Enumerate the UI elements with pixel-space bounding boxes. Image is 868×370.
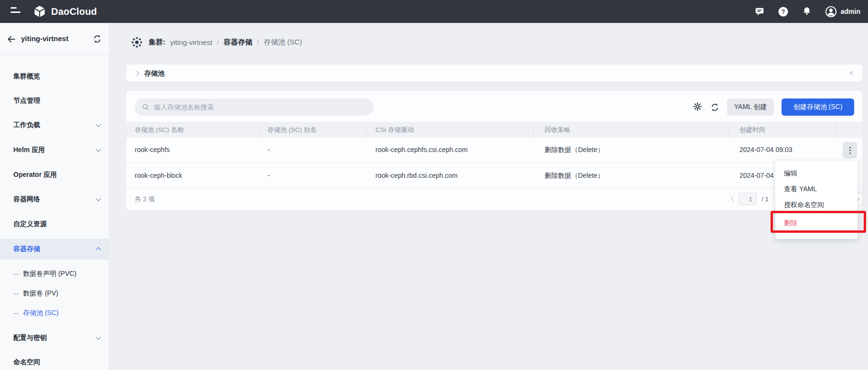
bell-icon bbox=[802, 6, 812, 17]
svg-text:?: ? bbox=[781, 8, 785, 15]
search-input[interactable] bbox=[135, 98, 374, 116]
row-context-menu: 编辑 查看 YAML 授权命名空间 删除 bbox=[775, 161, 857, 239]
page-input[interactable] bbox=[739, 193, 757, 205]
breadcrumb-separator: / bbox=[257, 38, 259, 46]
chevron-icon bbox=[96, 335, 101, 340]
breadcrumb-prefix: 集群: bbox=[149, 38, 165, 47]
gear-icon bbox=[693, 102, 702, 111]
sidebar-menu: 集群概览 节点管理 工作负载 Helm 应用 Operator 应用 容器网络 bbox=[0, 23, 109, 370]
table-row[interactable]: rook-ceph-block - rook-ceph.rbd.csi.ceph… bbox=[126, 163, 862, 189]
col-created-at: 创建时间 bbox=[739, 122, 765, 138]
help-icon: ? bbox=[778, 6, 789, 17]
banner-close-button[interactable]: × bbox=[846, 65, 857, 82]
cell-created-at: 2024-07-04 09:03 bbox=[739, 137, 793, 163]
chevron-icon bbox=[96, 247, 101, 252]
username: admin bbox=[841, 8, 860, 15]
breadcrumb-section[interactable]: 容器存储 bbox=[224, 38, 252, 47]
sidebar-item[interactable]: 数据卷 (PV) bbox=[0, 285, 109, 302]
topbar: DaoCloud ? bbox=[0, 0, 868, 23]
sidebar-item[interactable]: 自定义资源 bbox=[0, 214, 109, 235]
sidebar-item[interactable]: 数据卷声明 (PVC) bbox=[0, 265, 109, 283]
sidebar-item[interactable]: 存储池 (SC) bbox=[0, 305, 109, 322]
row-actions-button[interactable] bbox=[843, 142, 857, 158]
brand-name: DaoCloud bbox=[51, 6, 97, 17]
menu-item[interactable]: 删除 bbox=[775, 213, 857, 234]
pagination: 共 2 项 / 1 bbox=[126, 188, 862, 210]
chat-icon bbox=[754, 6, 765, 17]
sidebar-item[interactable]: 配置与密钥 bbox=[0, 327, 109, 348]
col-alias: 存储池 (SC) 别名 bbox=[268, 122, 317, 138]
yaml-create-button[interactable]: YAML 创建 bbox=[727, 98, 774, 116]
storage-pool-card: YAML 创建 创建存储池 (SC) 存储池 (SC) 名称 存储池 (SC) … bbox=[126, 91, 862, 210]
topbar-actions: ? admin bbox=[754, 0, 860, 23]
notifications-button[interactable] bbox=[802, 6, 812, 17]
cell-alias: - bbox=[268, 137, 270, 163]
cell-reclaim-policy: 删除数据（Delete） bbox=[545, 163, 604, 188]
expand-chevron-icon bbox=[134, 71, 139, 76]
cell-csi-driver: rook-ceph.cephfs.csi.ceph.com bbox=[375, 137, 468, 163]
refresh-icon bbox=[710, 102, 720, 112]
cell-alias: - bbox=[268, 163, 270, 188]
cell-reclaim-policy: 删除数据（Delete） bbox=[545, 137, 604, 163]
cell-created-at: 2024-07-04 bbox=[739, 163, 774, 188]
sidebar-item[interactable]: Helm 应用 bbox=[0, 140, 109, 161]
sidebar-item[interactable]: 容器存储 bbox=[0, 239, 109, 260]
menu-item[interactable]: 查看 YAML bbox=[775, 181, 857, 197]
breadcrumb: 集群: yiting-virtnest / 容器存储 / 存储池 (SC) bbox=[130, 33, 302, 51]
sidebar-item[interactable]: 命名空间 bbox=[0, 352, 109, 370]
cell-csi-driver: rook-ceph.rbd.csi.ceph.com bbox=[375, 163, 458, 188]
table-row[interactable]: rook-cephfs - rook-ceph.cephfs.csi.ceph.… bbox=[126, 137, 862, 163]
storage-pool-banner[interactable]: 存储池 × bbox=[126, 65, 862, 82]
brand[interactable]: DaoCloud bbox=[32, 0, 97, 23]
messages-button[interactable] bbox=[754, 6, 765, 17]
banner-title: 存储池 bbox=[144, 65, 164, 82]
chevron-icon bbox=[96, 196, 101, 201]
settings-button[interactable] bbox=[693, 102, 702, 113]
col-csi-driver: CSI 存储驱动 bbox=[375, 122, 414, 138]
create-storage-pool-button[interactable]: 创建存储池 (SC) bbox=[782, 98, 854, 116]
col-reclaim-policy: 回收策略 bbox=[545, 122, 570, 138]
refresh-button[interactable] bbox=[710, 102, 720, 114]
cluster-dots-icon bbox=[130, 35, 144, 49]
table-header: 存储池 (SC) 名称 存储池 (SC) 别名 CSI 存储驱动 回收策略 创建… bbox=[126, 122, 862, 138]
daocloud-logo-icon bbox=[32, 4, 47, 19]
sidebar-item[interactable]: 工作负载 bbox=[0, 115, 109, 136]
sidebar-item[interactable]: 节点管理 bbox=[0, 90, 109, 111]
user-menu[interactable]: admin bbox=[825, 6, 860, 18]
sidebar-item[interactable]: 集群概览 bbox=[0, 66, 109, 87]
cell-name: rook-ceph-block bbox=[135, 163, 182, 188]
chevron-icon bbox=[96, 122, 101, 127]
sidebar-item[interactable]: Operator 应用 bbox=[0, 164, 109, 185]
col-name: 存储池 (SC) 名称 bbox=[135, 122, 184, 138]
total-count: 共 2 项 bbox=[135, 188, 155, 210]
sidebar: yiting-virtnest 集群概览 节点管理 bbox=[0, 23, 109, 370]
cell-name: rook-cephfs bbox=[135, 137, 170, 163]
avatar-icon bbox=[825, 6, 837, 18]
page-total: / 1 bbox=[761, 188, 769, 210]
breadcrumb-separator: / bbox=[217, 38, 219, 46]
menu-toggle-button[interactable] bbox=[11, 7, 22, 16]
prev-page-button[interactable] bbox=[731, 197, 736, 201]
search-box bbox=[135, 98, 374, 116]
menu-item[interactable]: 授权命名空间 bbox=[775, 197, 857, 213]
breadcrumb-current: 存储池 (SC) bbox=[264, 38, 302, 47]
chevron-icon bbox=[96, 147, 101, 152]
help-button[interactable]: ? bbox=[778, 6, 789, 17]
table-body: rook-cephfs - rook-ceph.cephfs.csi.ceph.… bbox=[126, 137, 862, 189]
app: DaoCloud ? bbox=[0, 0, 868, 370]
sidebar-item[interactable]: 容器网络 bbox=[0, 189, 109, 210]
breadcrumb-cluster[interactable]: yiting-virtnest bbox=[170, 38, 212, 46]
menu-item[interactable]: 编辑 bbox=[775, 165, 857, 181]
